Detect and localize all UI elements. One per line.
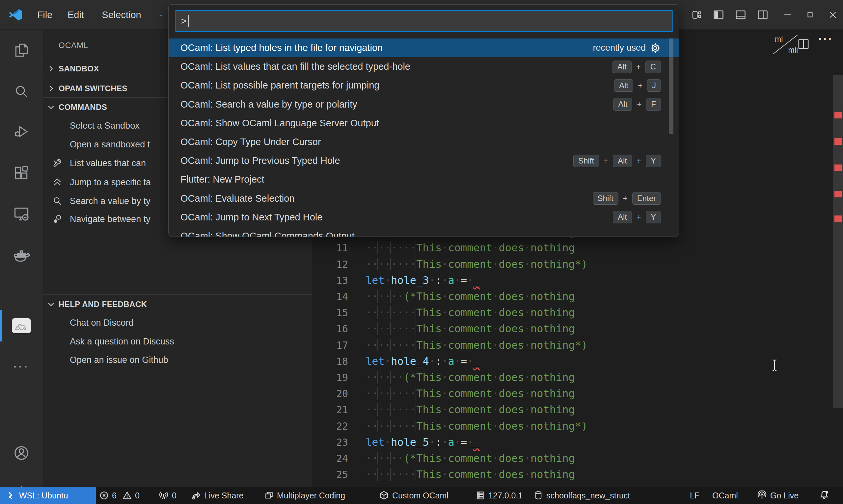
code-line: 25········This·comment·does·nothing [312, 467, 839, 483]
line-number: 18 [319, 353, 348, 370]
code-line: 17········This·comment·does·nothing*) [312, 337, 839, 353]
activity-bar: ··· [0, 30, 43, 487]
go-live-icon [757, 490, 767, 500]
palette-item-label: OCaml: List typed holes in the file for … [180, 42, 383, 53]
keybinding-key: Shift [573, 155, 599, 167]
error-mark [835, 164, 842, 171]
remote-icon [6, 491, 15, 500]
eol-label: LF [690, 491, 700, 500]
chevron-down-icon [47, 103, 55, 111]
overview-ruler[interactable] [833, 30, 843, 487]
broadcast-indicator[interactable]: 0 [159, 487, 176, 504]
live-share-button[interactable]: Live Share [191, 487, 244, 504]
keybinding-key: Alt [613, 211, 632, 223]
notifications-bell[interactable] [819, 487, 829, 504]
sidebar-item-label: Chat on Discord [70, 318, 134, 328]
command-input[interactable]: > [175, 10, 673, 32]
code-line: 24······(*This·comment·does·nothing [312, 450, 839, 467]
live-share-icon [191, 490, 201, 500]
palette-item-label: Flutter: New Project [180, 174, 264, 185]
keybinding-key: J [647, 79, 661, 92]
problems-indicator[interactable]: 6 0 [100, 487, 140, 504]
line-number: 23 [319, 434, 348, 450]
docker-icon[interactable] [0, 239, 43, 271]
palette-item[interactable]: OCaml: Jump to Previous Typed HoleShift+… [169, 151, 679, 170]
menu-edit[interactable]: Edit [66, 0, 85, 30]
editor-scrollbar[interactable] [833, 75, 843, 408]
menu-selection[interactable]: Selection [99, 0, 144, 30]
section-label: HELP AND FEEDBACK [58, 300, 147, 309]
multiplayer-coding-button[interactable]: Multiplayer Coding [264, 487, 345, 504]
menu-file[interactable]: File [34, 0, 55, 30]
sidebar-item-discord[interactable]: Chat on Discord [43, 313, 312, 332]
remote-explorer-icon[interactable] [0, 198, 43, 230]
extensions-icon[interactable] [0, 157, 43, 189]
sidebar-item-label: List values that can [70, 158, 146, 168]
code-text: ········This·comment·does·nothing*) [365, 418, 587, 434]
accounts-icon[interactable] [0, 437, 43, 469]
code-line: 15········This·comment·does·nothing [312, 305, 839, 321]
toggle-secondary-sidebar-icon[interactable] [754, 6, 771, 24]
palette-item[interactable]: OCaml: Show OCaml Commands Output [169, 227, 679, 237]
palette-item[interactable]: OCaml: List possible parent targets for … [169, 76, 679, 95]
palette-scrollbar[interactable] [669, 38, 673, 134]
line-number: 17 [319, 337, 348, 353]
remote-label: WSL: Ubuntu [19, 491, 68, 500]
code-line: 21········This·comment·does·nothing [312, 402, 839, 418]
code-line: 12········This·comment·does·nothing*) [312, 256, 839, 272]
panel-title: OCAML [58, 41, 88, 50]
go-live-button[interactable]: Go Live [757, 487, 798, 504]
palette-item[interactable]: OCaml: Copy Type Under Cursor [169, 132, 679, 151]
custom-ocaml-button[interactable]: Custom OCaml [379, 487, 448, 504]
section-help-feedback[interactable]: HELP AND FEEDBACK [43, 294, 312, 313]
mouse-ibeam-cursor [771, 359, 778, 371]
keybinding-key: Alt [613, 60, 632, 73]
run-debug-icon[interactable] [0, 116, 43, 147]
command-palette: > OCaml: List typed holes in the file fo… [168, 4, 679, 237]
host-indicator[interactable]: 127.0.0.1 [476, 487, 522, 504]
sidebar-item-github[interactable]: Open an issue on Github [43, 351, 312, 370]
language-mode[interactable]: OCaml [712, 487, 738, 504]
windows-icon [264, 491, 274, 500]
palette-item[interactable]: OCaml: Jump to Next Typed HoleAlt+Y [169, 208, 679, 227]
section-label: SANDBOX [58, 64, 99, 73]
explorer-icon[interactable] [0, 34, 43, 66]
search-icon[interactable] [0, 76, 43, 107]
code-line: 22········This·comment·does·nothing*) [312, 418, 839, 434]
code-text: ······(*This·comment·does·nothing [365, 289, 575, 305]
palette-item-label: OCaml: Evaluate Selection [180, 193, 295, 204]
broadcast-count: 0 [172, 491, 176, 500]
palette-item[interactable]: OCaml: List values that can fill the sel… [169, 57, 679, 76]
sidebar-item-label: Open an issue on Github [70, 355, 168, 365]
customize-layout-icon[interactable] [689, 6, 705, 24]
palette-item[interactable]: Flutter: New Project [169, 170, 679, 189]
keybinding-key: F [646, 98, 661, 110]
palette-item-label: OCaml: Search a value by type or polarit… [180, 99, 357, 110]
more-views-icon[interactable]: ··· [0, 351, 43, 382]
sidebar-item-discuss[interactable]: Ask a question on Discuss [43, 332, 312, 351]
keybinding-key: Enter [632, 192, 661, 205]
minimize-button[interactable] [779, 6, 796, 24]
database-indicator[interactable]: schoolfaqs_new_struct [534, 487, 630, 504]
palette-item-label: OCaml: Show OCaml Commands Output [180, 231, 355, 237]
code-text: let·hole_5·:·a·=·_ [365, 434, 480, 450]
toggle-primary-sidebar-icon[interactable] [710, 6, 727, 24]
line-number: 15 [319, 305, 348, 321]
toggle-panel-icon[interactable] [732, 6, 749, 24]
error-mark [835, 191, 842, 197]
close-button[interactable] [825, 6, 841, 24]
maximize-button[interactable] [802, 6, 818, 24]
sidebar-item-label: Select a Sandbox [70, 121, 140, 131]
palette-item[interactable]: OCaml: List typed holes in the file for … [169, 38, 679, 57]
key-plus: + [638, 81, 642, 90]
remote-indicator[interactable]: WSL: Ubuntu [0, 487, 96, 504]
palette-item[interactable]: OCaml: Show OCaml Language Server Output [169, 114, 679, 132]
gear-icon[interactable] [650, 42, 661, 54]
palette-item[interactable]: OCaml: Evaluate SelectionShift+Enter [169, 189, 679, 208]
eol-indicator[interactable]: LF [690, 487, 700, 504]
warning-icon [122, 491, 132, 500]
keybinding-key: Alt [613, 155, 632, 167]
code-text: ······(*This·comment·does·nothing [365, 370, 575, 385]
ocaml-icon[interactable] [0, 310, 43, 341]
palette-item[interactable]: OCaml: Search a value by type or polarit… [169, 95, 679, 114]
